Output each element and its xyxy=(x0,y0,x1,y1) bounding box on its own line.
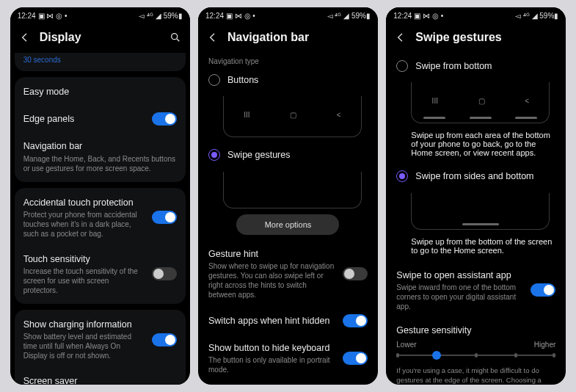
assistant-swipe-toggle[interactable] xyxy=(531,283,555,297)
phone-display-settings: 12:24▣ ⋈ ◎ • ◅ ⁴ᴳ ◢ 59%▮ Display 30 seco… xyxy=(10,7,190,385)
charging-info-row[interactable]: Show charging information Show battery l… xyxy=(15,311,186,368)
radio-swipe-sides[interactable] xyxy=(396,170,408,182)
swipe-sides-preview xyxy=(411,193,550,230)
page-title: Swipe gestures xyxy=(415,31,557,44)
gesture-sensitivity-row: Gesture sensitivity xyxy=(386,319,566,336)
navigation-bar-row[interactable]: Navigation bar Manage the Home, Back, an… xyxy=(15,133,186,180)
show-keyboard-toggle[interactable] xyxy=(343,352,368,365)
touch-sensitivity-toggle[interactable] xyxy=(152,267,177,280)
status-right-icons: ◅ ⁴ᴳ ◢ 59%▮ xyxy=(139,12,182,20)
option-swipe-from-bottom[interactable]: Swipe from bottom xyxy=(386,53,566,79)
gesture-hint-row[interactable]: Gesture hint Show where to swipe up for … xyxy=(198,241,378,307)
home-icon: ▢ xyxy=(478,97,485,105)
swipe-preview xyxy=(223,172,362,208)
slider-lower-label: Lower xyxy=(396,341,416,349)
page-title: Display xyxy=(40,31,161,44)
sensitivity-footnote: If you're using a case, it might be diff… xyxy=(386,363,566,385)
status-left-icons: ▣ ⋈ ◎ • xyxy=(226,12,255,20)
switch-apps-row[interactable]: Switch apps when hint hidden xyxy=(198,307,378,335)
option-buttons[interactable]: Buttons xyxy=(198,67,378,93)
option-swipe-sides-bottom[interactable]: Swipe from sides and bottom xyxy=(386,163,566,189)
status-bar: 12:24▣ ⋈ ◎ • ◅ ⁴ᴳ ◢ 59%▮ xyxy=(386,7,566,23)
page-title: Navigation bar xyxy=(227,31,369,44)
buttons-preview: III ▢ < xyxy=(223,96,362,137)
accidental-touch-toggle[interactable] xyxy=(152,211,177,224)
touch-sensitivity-row[interactable]: Touch sensitivity Increase the touch sen… xyxy=(15,246,186,302)
search-icon[interactable] xyxy=(169,32,181,43)
header: Swipe gestures xyxy=(386,23,566,53)
radio-swipe-gestures[interactable] xyxy=(208,149,220,161)
swipe-sides-description: Swipe up from the bottom of the screen t… xyxy=(386,234,566,262)
screen-timeout-value[interactable]: 30 seconds xyxy=(23,56,177,64)
back-glyph-icon: < xyxy=(525,97,529,105)
radio-buttons[interactable] xyxy=(208,74,220,86)
back-icon[interactable] xyxy=(395,32,407,43)
charging-info-toggle[interactable] xyxy=(152,333,177,346)
slider-thumb[interactable] xyxy=(432,351,441,360)
edge-panels-toggle[interactable] xyxy=(152,112,177,126)
gesture-hint-toggle[interactable] xyxy=(343,267,368,280)
home-icon: ▢ xyxy=(290,111,296,119)
clock: 12:24 xyxy=(393,12,412,20)
status-left-icons: ▣ ⋈ ◎ • xyxy=(414,12,443,20)
back-icon[interactable] xyxy=(207,32,219,43)
radio-swipe-bottom[interactable] xyxy=(396,60,408,72)
swipe-bottom-preview: III ▢ < xyxy=(411,82,550,123)
clock: 12:24 xyxy=(18,12,36,20)
clock: 12:24 xyxy=(205,12,224,20)
phone-navigation-bar-settings: 12:24▣ ⋈ ◎ • ◅ ⁴ᴳ ◢ 59%▮ Navigation bar … xyxy=(198,7,378,385)
accidental-touch-row[interactable]: Accidental touch protection Protect your… xyxy=(15,189,186,246)
screen-saver-row[interactable]: Screen saver xyxy=(15,368,186,385)
easy-mode-row[interactable]: Easy mode xyxy=(15,79,186,105)
slider-higher-label: Higher xyxy=(534,341,555,349)
switch-apps-toggle[interactable] xyxy=(343,314,368,327)
section-navigation-type: Navigation type xyxy=(198,53,378,67)
swipe-bottom-description: Swipe up from each area of the bottom of… xyxy=(386,128,566,163)
status-left-icons: ▣ ⋈ ◎ • xyxy=(38,12,68,20)
more-options-button[interactable]: More options xyxy=(236,214,339,235)
header: Navigation bar xyxy=(198,23,378,53)
back-icon[interactable] xyxy=(19,32,31,43)
edge-panels-row[interactable]: Edge panels xyxy=(15,105,186,133)
back-glyph-icon: < xyxy=(337,111,341,119)
status-bar: 12:24▣ ⋈ ◎ • ◅ ⁴ᴳ ◢ 59%▮ xyxy=(198,7,378,23)
status-right-icons: ◅ ⁴ᴳ ◢ 59%▮ xyxy=(515,12,558,20)
phone-swipe-gestures-settings: 12:24▣ ⋈ ◎ • ◅ ⁴ᴳ ◢ 59%▮ Swipe gestures … xyxy=(386,7,566,385)
status-right-icons: ◅ ⁴ᴳ ◢ 59%▮ xyxy=(327,12,371,20)
status-bar: 12:24▣ ⋈ ◎ • ◅ ⁴ᴳ ◢ 59%▮ xyxy=(10,7,190,23)
gesture-sensitivity-slider[interactable]: Lower Higher xyxy=(386,336,566,363)
assistant-swipe-row[interactable]: Swipe to open assistant app Swipe inward… xyxy=(386,262,566,319)
recents-icon: III xyxy=(244,111,249,119)
header: Display xyxy=(10,23,190,53)
recents-icon: III xyxy=(432,97,438,105)
show-keyboard-button-row[interactable]: Show button to hide keyboard The button … xyxy=(198,335,378,382)
option-swipe-gestures[interactable]: Swipe gestures xyxy=(198,142,378,168)
svg-point-0 xyxy=(171,34,177,40)
